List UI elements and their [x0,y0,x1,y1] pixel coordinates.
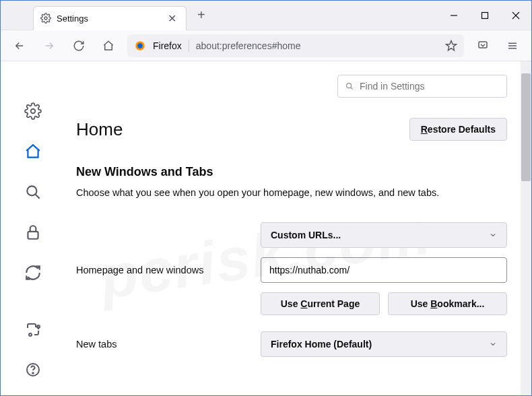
home-button[interactable] [98,35,119,57]
newtabs-dropdown[interactable]: Firefox Home (Default) [261,331,507,357]
use-current-page-button[interactable]: Use Current Page [261,292,380,315]
restore-defaults-button[interactable]: Restore Defaults [409,118,507,141]
svg-point-15 [29,333,32,336]
gear-icon [40,13,51,24]
vertical-scrollbar[interactable] [521,61,531,395]
window-controls [438,1,531,30]
settings-main-panel: Home Restore Defaults New Windows and Ta… [65,61,531,395]
forward-button[interactable] [38,35,60,57]
homepage-url-input[interactable] [261,257,507,283]
bookmark-star-icon[interactable] [445,40,457,52]
settings-search-input[interactable] [360,81,500,92]
svg-point-0 [44,17,47,20]
url-text: about:preferences#home [196,40,438,51]
settings-sidebar [1,61,65,395]
chevron-down-icon [489,340,497,348]
settings-search-box[interactable] [337,75,507,98]
sidebar-help-icon[interactable] [21,358,45,382]
sidebar-general-icon[interactable] [21,99,45,123]
search-icon [345,81,354,91]
back-button[interactable] [9,35,30,57]
navigation-toolbar: Firefox about:preferences#home [1,30,531,61]
sidebar-extensions-icon[interactable] [21,317,45,341]
browser-tab[interactable]: Settings ✕ [33,6,187,30]
svg-rect-2 [482,12,488,18]
newtabs-label: New tabs [76,339,251,350]
reload-button[interactable] [68,35,90,57]
save-to-pocket-button[interactable] [472,35,494,57]
minimize-button[interactable] [438,1,469,30]
homepage-mode-dropdown[interactable]: Custom URLs... [261,222,507,248]
svg-line-13 [35,194,39,198]
svg-point-6 [137,43,143,48]
svg-line-20 [351,88,353,90]
firefox-logo-icon [134,40,146,52]
separator [189,40,189,52]
use-bookmark-button[interactable]: Use Bookmark... [388,292,507,315]
close-window-button[interactable] [500,1,531,30]
app-menu-button[interactable] [502,35,523,57]
close-tab-icon[interactable]: ✕ [165,12,179,25]
tab-title: Settings [57,13,160,24]
sidebar-search-icon[interactable] [21,180,45,204]
svg-rect-14 [28,232,38,239]
dropdown-value: Firefox Home (Default) [271,339,372,350]
sidebar-privacy-icon[interactable] [21,220,45,244]
svg-point-12 [27,186,36,195]
new-tab-button[interactable]: + [192,5,211,26]
section-title: New Windows and Tabs [76,165,507,179]
maximize-button[interactable] [469,1,500,30]
content-area: pcrisk.com [1,61,531,395]
sidebar-sync-icon[interactable] [21,261,45,285]
svg-point-19 [347,84,352,88]
page-heading: Home [76,119,123,140]
window-titlebar: Settings ✕ + [1,1,531,30]
url-identity-label: Firefox [153,40,182,51]
svg-point-18 [32,372,34,374]
chevron-down-icon [489,231,497,239]
section-description: Choose what you see when you open your h… [76,186,507,199]
scrollbar-thumb[interactable] [521,73,531,181]
dropdown-value: Custom URLs... [271,230,341,240]
sidebar-home-icon[interactable] [21,139,45,164]
address-bar[interactable]: Firefox about:preferences#home [127,34,464,57]
svg-point-11 [31,109,36,114]
homepage-row-label: Homepage and new windows [76,265,251,275]
